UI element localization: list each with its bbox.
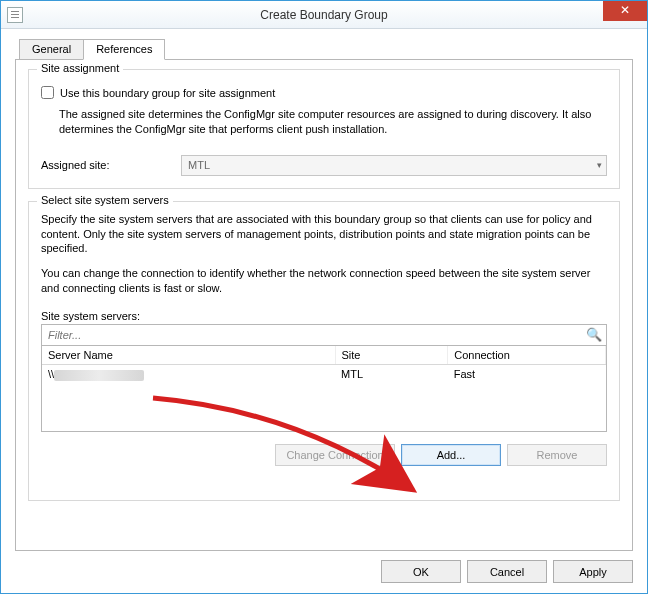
cell-site: MTL bbox=[335, 364, 448, 383]
servers-description-1: Specify the site system servers that are… bbox=[41, 212, 607, 257]
col-server-name[interactable]: Server Name bbox=[42, 346, 335, 365]
tab-general[interactable]: General bbox=[19, 39, 84, 60]
remove-button: Remove bbox=[507, 444, 607, 466]
close-button[interactable]: ✕ bbox=[603, 1, 647, 21]
group-title-servers: Select site system servers bbox=[37, 194, 173, 206]
redacted-text bbox=[54, 370, 144, 381]
tabstrip: General References bbox=[19, 39, 633, 60]
group-servers: Select site system servers Specify the s… bbox=[28, 201, 620, 501]
cancel-button[interactable]: Cancel bbox=[467, 560, 547, 583]
search-icon: 🔍 bbox=[586, 327, 602, 342]
group-site-assignment: Site assignment Use this boundary group … bbox=[28, 69, 620, 189]
col-connection[interactable]: Connection bbox=[448, 346, 606, 365]
tab-references[interactable]: References bbox=[83, 39, 165, 60]
use-for-site-assignment-label: Use this boundary group for site assignm… bbox=[60, 87, 275, 99]
titlebar: Create Boundary Group ✕ bbox=[1, 1, 647, 29]
col-site[interactable]: Site bbox=[335, 346, 448, 365]
servers-list-label: Site system servers: bbox=[41, 310, 607, 322]
filter-box[interactable]: 🔍 bbox=[41, 324, 607, 346]
assigned-site-label: Assigned site: bbox=[41, 159, 181, 171]
servers-description-2: You can change the connection to identif… bbox=[41, 266, 607, 296]
apply-button[interactable]: Apply bbox=[553, 560, 633, 583]
servers-table: Server Name Site Connection \\ MTL bbox=[41, 346, 607, 432]
ok-button[interactable]: OK bbox=[381, 560, 461, 583]
cell-connection: Fast bbox=[448, 364, 606, 383]
group-title-site-assignment: Site assignment bbox=[37, 62, 123, 74]
site-assignment-description: The assigned site determines the ConfigM… bbox=[59, 107, 607, 137]
change-connection-button: Change Connection bbox=[275, 444, 395, 466]
window-title: Create Boundary Group bbox=[1, 8, 647, 22]
table-row[interactable]: \\ MTL Fast bbox=[42, 364, 606, 383]
assigned-site-combo[interactable]: MTL ▾ bbox=[181, 155, 607, 176]
close-icon: ✕ bbox=[620, 3, 630, 17]
chevron-down-icon: ▾ bbox=[597, 160, 602, 170]
filter-input[interactable] bbox=[46, 326, 586, 344]
use-for-site-assignment-checkbox[interactable] bbox=[41, 86, 54, 99]
tabpage-references: Site assignment Use this boundary group … bbox=[15, 59, 633, 551]
add-button[interactable]: Add... bbox=[401, 444, 501, 466]
assigned-site-value: MTL bbox=[188, 159, 210, 171]
